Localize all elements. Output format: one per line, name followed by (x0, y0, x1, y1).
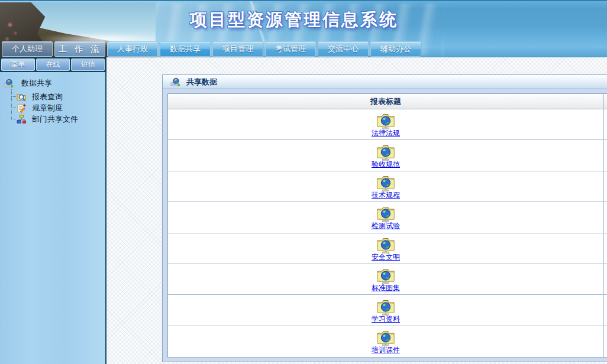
report-category-link[interactable]: 法律法规 (372, 129, 400, 137)
shared-folder-icon[interactable] (376, 112, 396, 129)
tab-communication-center[interactable]: 交流中心 (318, 41, 369, 57)
subtab-menu[interactable]: 菜单 (1, 58, 35, 71)
shared-folder-icon[interactable] (376, 298, 396, 316)
table-row: 培训课件 (168, 326, 607, 357)
subtab-online[interactable]: 在线 (36, 58, 70, 71)
report-category-link[interactable]: 安全文明 (372, 254, 400, 261)
table-row: 检测试验 (168, 202, 607, 233)
tree-item-report-query[interactable]: 报表查询 (11, 91, 105, 102)
rules-icon (17, 103, 27, 113)
table-row: 验收规范 (168, 140, 607, 171)
table-header-report-title: 报表标题 (168, 94, 607, 109)
tab-exam-management[interactable]: 考试管理 (265, 41, 316, 57)
shared-data-table: 报表标题 法律法规 (167, 93, 607, 358)
report-category-link[interactable]: 培训课件 (372, 346, 400, 354)
shared-folder-icon[interactable] (376, 174, 396, 191)
shared-folder-icon[interactable] (376, 266, 396, 284)
report-category-link[interactable]: 学习资料 (372, 316, 400, 323)
shared-data-icon (4, 79, 14, 88)
department-files-icon (17, 115, 27, 124)
shared-folder-icon[interactable] (376, 236, 396, 254)
panel-title: 共享数据 (186, 77, 217, 87)
table-row: 标准图集 (168, 264, 607, 295)
table-row: 学习资料 (168, 295, 607, 326)
tree-children: 报表查询 规章制度 部门共享文件 (11, 91, 105, 125)
tree-item-label: 报表查询 (32, 92, 63, 102)
report-category-link[interactable]: 验收规范 (372, 161, 400, 168)
tab-data-sharing[interactable]: 数据共享 (160, 41, 211, 57)
shared-folder-icon[interactable] (376, 329, 396, 346)
tab-hr-admin[interactable]: 人事行政 (107, 41, 158, 57)
main-panel: 共享数据 报表标题 法律法规 (162, 74, 607, 362)
table-row: 安全文明 (168, 233, 607, 264)
tab-auxiliary-office[interactable]: 辅助办公 (370, 41, 421, 57)
shared-folder-icon[interactable] (376, 143, 396, 161)
report-query-icon (17, 92, 27, 102)
shared-data-icon (170, 77, 180, 87)
tab-workflow[interactable]: 工 作 流 (54, 41, 105, 57)
menu-tree: 数据共享 报表查询 规章制度 (0, 72, 105, 125)
table-row: 技术规程 (168, 171, 607, 202)
report-category-link[interactable]: 标准图集 (372, 284, 400, 292)
report-category-link[interactable]: 检测试验 (372, 222, 400, 230)
panel-header: 共享数据 (163, 75, 607, 89)
tab-personal-assistant[interactable]: 个人助理 (2, 41, 53, 57)
column-divider (603, 94, 604, 357)
tab-project-management[interactable]: 项目管理 (212, 41, 263, 57)
tree-item-rules[interactable]: 规章制度 (11, 102, 105, 113)
tree-item-label: 部门共享文件 (32, 114, 78, 125)
app-title: 项目型资源管理信息系统 (167, 8, 421, 32)
report-category-link[interactable]: 技术规程 (372, 191, 400, 199)
tree-item-label: 规章制度 (32, 103, 63, 113)
table-row: 法律法规 (168, 109, 607, 140)
sidebar-mode-tabs: 菜单 在线 短信 (0, 57, 106, 72)
tree-item-department-shared-files[interactable]: 部门共享文件 (11, 113, 105, 125)
subtab-sms[interactable]: 短信 (71, 58, 105, 71)
sidebar: 数据共享 报表查询 规章制度 (0, 72, 106, 364)
tree-node-data-sharing[interactable]: 数据共享 (4, 77, 105, 89)
tree-node-label: 数据共享 (21, 78, 52, 89)
shared-folder-icon[interactable] (376, 204, 396, 222)
main-nav-tabs: 个人助理 工 作 流 人事行政 数据共享 项目管理 考试管理 交流中心 辅助办公 (2, 41, 421, 57)
